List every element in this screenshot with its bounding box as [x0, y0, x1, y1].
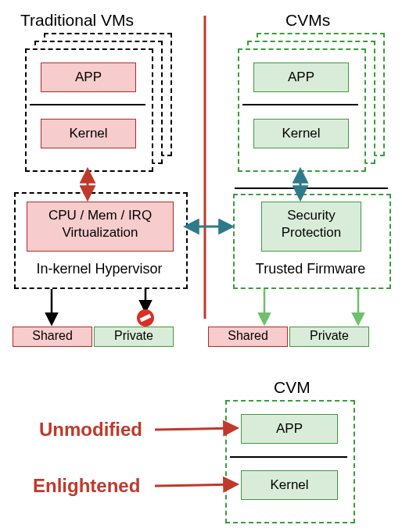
hypervisor-label: In-kernel Hypervisor	[22, 261, 177, 277]
mem-left-shared: Shared	[13, 327, 92, 347]
no-entry-icon	[137, 309, 154, 327]
security-box: Security Protection	[261, 202, 361, 252]
cvm-single-kernel: Kernel	[241, 470, 338, 500]
cvm-single-divider	[230, 456, 347, 458]
virt-box: CPU / Mem / IRQ Virtualization	[27, 202, 174, 252]
title-cvms: CVMs	[285, 11, 330, 30]
virt-line1: CPU / Mem / IRQ	[48, 208, 152, 223]
tvms-app-box: APP	[41, 62, 136, 92]
label-unmodified: Unmodified	[39, 419, 142, 441]
cvm-single-app: APP	[241, 414, 338, 444]
svg-rect-1	[140, 314, 152, 322]
cvms-kernel-box: Kernel	[253, 119, 349, 148]
mem-left-private: Private	[94, 327, 174, 347]
arrow-unmodified	[155, 428, 236, 430]
arrow-enlightened	[155, 484, 236, 486]
tvms-kernel-box: Kernel	[41, 119, 136, 148]
cvms-divider	[242, 104, 358, 105]
sec-line1: Security	[287, 208, 335, 223]
svg-point-0	[137, 309, 154, 327]
cvms-mid-line	[235, 187, 388, 189]
title-traditional-vms: Traditional VMs	[20, 11, 134, 30]
title-cvm-single: CVM	[274, 378, 310, 397]
label-enlightened: Enlightened	[33, 475, 140, 497]
virt-line2: Virtualization	[62, 225, 138, 240]
mem-right-private: Private	[289, 327, 369, 347]
cvms-app-box: APP	[253, 62, 349, 92]
tvms-divider	[30, 104, 145, 105]
mem-right-shared: Shared	[208, 327, 288, 347]
firmware-label: Trusted Firmware	[239, 261, 382, 277]
sec-line2: Protection	[282, 225, 342, 240]
